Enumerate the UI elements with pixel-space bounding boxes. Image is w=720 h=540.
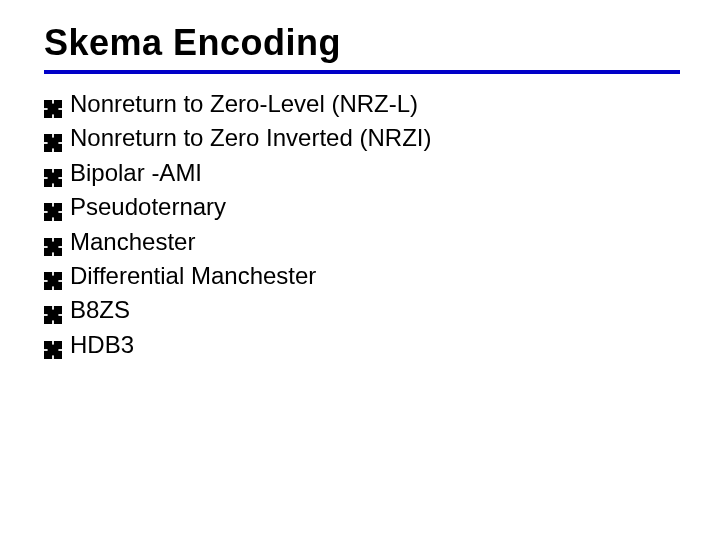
svg-rect-39 [48, 344, 59, 355]
slide: Skema Encoding Nonreturn to Zero-Level (… [0, 0, 720, 540]
svg-rect-4 [48, 104, 59, 115]
svg-rect-14 [48, 172, 59, 183]
list-item: B8ZS [44, 294, 680, 326]
list-item: Manchester [44, 226, 680, 258]
bullet-icon [44, 266, 62, 284]
svg-rect-34 [48, 310, 59, 321]
list-item: Bipolar -AMI [44, 157, 680, 189]
list-item: Nonreturn to Zero-Level (NRZ-L) [44, 88, 680, 120]
slide-title: Skema Encoding [44, 22, 680, 64]
svg-rect-9 [48, 138, 59, 149]
svg-rect-24 [48, 241, 59, 252]
bullet-icon [44, 232, 62, 250]
bullet-text: Nonreturn to Zero Inverted (NRZI) [70, 122, 680, 154]
list-item: Differential Manchester [44, 260, 680, 292]
bullet-text: Differential Manchester [70, 260, 680, 292]
bullet-text: B8ZS [70, 294, 680, 326]
bullet-icon [44, 197, 62, 215]
list-item: Pseudoternary [44, 191, 680, 223]
list-item: HDB3 [44, 329, 680, 361]
bullet-icon [44, 128, 62, 146]
list-item: Nonreturn to Zero Inverted (NRZI) [44, 122, 680, 154]
bullet-text: Manchester [70, 226, 680, 258]
bullet-text: Pseudoternary [70, 191, 680, 223]
bullet-icon [44, 163, 62, 181]
bullet-text: HDB3 [70, 329, 680, 361]
title-underline [44, 70, 680, 74]
svg-rect-19 [48, 207, 59, 218]
bullet-list: Nonreturn to Zero-Level (NRZ-L) Nonretur… [44, 88, 680, 361]
bullet-icon [44, 300, 62, 318]
bullet-icon [44, 94, 62, 112]
bullet-text: Nonreturn to Zero-Level (NRZ-L) [70, 88, 680, 120]
bullet-icon [44, 335, 62, 353]
svg-rect-29 [48, 276, 59, 287]
bullet-text: Bipolar -AMI [70, 157, 680, 189]
